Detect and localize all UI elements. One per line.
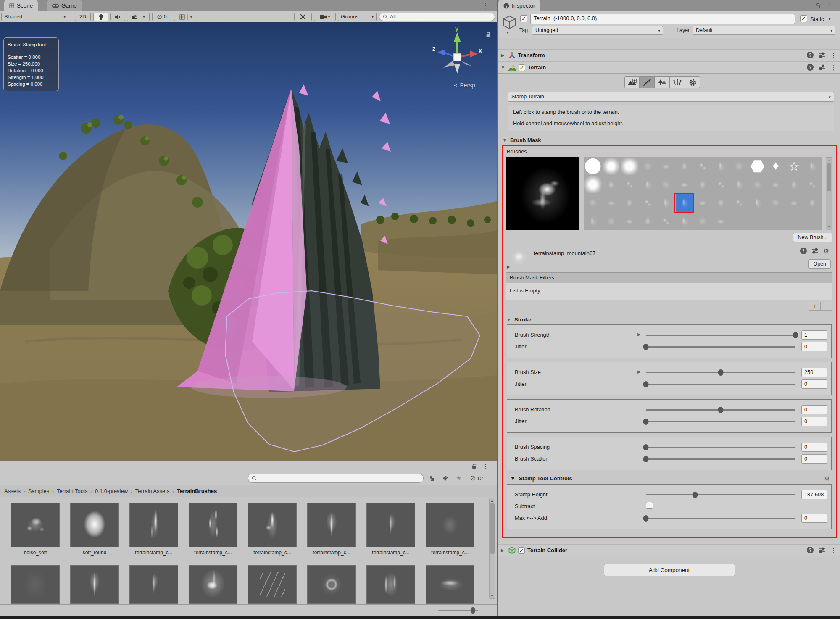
terrain-component-header[interactable]: ▼ ✓ Terrain ? ⋮ bbox=[498, 61, 840, 74]
gear-icon[interactable]: ⚙ bbox=[824, 475, 830, 482]
slider-value-field[interactable]: 0 bbox=[801, 443, 827, 452]
brush-thumbnail[interactable] bbox=[657, 176, 675, 194]
2d-toggle-button[interactable]: 2D bbox=[75, 13, 91, 21]
slider-value-field[interactable]: 187.608 bbox=[801, 490, 827, 499]
open-button[interactable]: Open bbox=[808, 259, 831, 269]
lighting-toggle-button[interactable] bbox=[93, 13, 108, 21]
asset-tile[interactable]: terrainstamp_c... bbox=[248, 503, 297, 556]
asset-tile[interactable]: soft_round bbox=[70, 503, 119, 556]
slider-track[interactable] bbox=[646, 447, 795, 448]
asset-tile[interactable]: terrainstamp_c... bbox=[366, 503, 415, 556]
brush-thumbnail[interactable] bbox=[676, 194, 693, 212]
component-tools-button[interactable] bbox=[294, 13, 312, 21]
subtract-checkbox[interactable] bbox=[646, 502, 653, 509]
brush-thumbnail[interactable] bbox=[712, 176, 730, 194]
brush-thumbnail[interactable] bbox=[603, 176, 620, 194]
add-filter-button[interactable]: + bbox=[809, 302, 821, 311]
slider-track[interactable] bbox=[646, 421, 795, 422]
help-icon[interactable]: ? bbox=[807, 64, 814, 71]
scroll-up-icon[interactable]: ▲ bbox=[490, 499, 494, 503]
brush-thumbnail[interactable] bbox=[767, 213, 785, 230]
brush-thumbnail[interactable] bbox=[767, 194, 785, 212]
hidden-packages-toggle[interactable]: ∅ 12 bbox=[466, 474, 487, 483]
brush-thumbnail[interactable] bbox=[621, 158, 638, 175]
brush-thumbnail[interactable] bbox=[639, 213, 657, 230]
gameobject-name-field[interactable]: Terrain_(-1000.0, 0.0, 0.0) bbox=[530, 14, 795, 24]
static-chevron-icon[interactable]: ▾ bbox=[829, 17, 831, 21]
audio-toggle-button[interactable] bbox=[110, 13, 125, 21]
terrain-enabled-checkbox[interactable]: ✓ bbox=[519, 64, 525, 71]
component-menu-icon[interactable]: ⋮ bbox=[830, 52, 837, 58]
project-scrollbar[interactable]: ▲ ▼ bbox=[489, 498, 495, 599]
layer-dropdown[interactable]: Default ▾ bbox=[693, 26, 835, 35]
remove-filter-button[interactable]: − bbox=[821, 302, 832, 311]
create-neighbor-terrain-tool[interactable] bbox=[624, 76, 640, 88]
scroll-down-icon[interactable]: ▼ bbox=[827, 225, 831, 229]
presets-icon[interactable] bbox=[812, 248, 819, 254]
brush-thumbnail[interactable] bbox=[712, 213, 730, 230]
paint-trees-tool[interactable] bbox=[655, 76, 670, 88]
brush-thumbnail[interactable] bbox=[603, 194, 620, 212]
slider-track[interactable] bbox=[646, 458, 795, 460]
brush-thumbnail[interactable] bbox=[730, 158, 748, 175]
brush-thumbnail[interactable] bbox=[584, 194, 602, 212]
brush-thumbnail[interactable] bbox=[767, 176, 785, 194]
brush-mask-filters-header[interactable]: Brush Mask Filters bbox=[506, 272, 832, 283]
tag-dropdown[interactable]: Untagged ▾ bbox=[532, 26, 663, 35]
breadcrumb-item[interactable]: Terrain Tools bbox=[57, 488, 87, 494]
hidden-objects-button[interactable]: ∅ 0 bbox=[152, 13, 171, 21]
gameobject-cube-icon[interactable] bbox=[502, 15, 517, 30]
scroll-up-icon[interactable]: ▲ bbox=[827, 158, 831, 162]
terrain-settings-tool[interactable] bbox=[685, 76, 700, 88]
foldout-closed-icon[interactable]: ▶ bbox=[501, 53, 506, 58]
row-expander-icon[interactable]: ▶ bbox=[637, 332, 641, 337]
brush-thumbnail[interactable] bbox=[621, 176, 638, 194]
brush-thumbnail[interactable] bbox=[676, 176, 693, 194]
brush-thumbnail[interactable] bbox=[730, 194, 748, 212]
breadcrumb-item[interactable]: TerrainBrushes bbox=[177, 488, 217, 494]
asset-tile[interactable] bbox=[11, 565, 60, 604]
paint-terrain-tool[interactable] bbox=[640, 76, 655, 88]
help-icon[interactable]: ? bbox=[807, 52, 814, 58]
asset-tile[interactable] bbox=[70, 565, 119, 604]
slider-value-field[interactable]: 0 bbox=[801, 379, 827, 389]
tab-scene[interactable]: Scene bbox=[4, 0, 38, 11]
grid-snapping-dropdown[interactable]: ▾ bbox=[174, 13, 197, 21]
asset-tile[interactable] bbox=[189, 565, 237, 604]
foldout-closed-icon[interactable]: ▶ bbox=[507, 264, 510, 269]
terrain-collider-header[interactable]: ▶ ✓ Terrain Collider ? ⋮ bbox=[498, 544, 840, 556]
brush-thumbnail[interactable] bbox=[785, 194, 803, 212]
brush-thumbnail[interactable] bbox=[584, 213, 602, 230]
help-icon[interactable]: ? bbox=[800, 248, 807, 254]
brush-thumbnail[interactable] bbox=[694, 194, 711, 212]
brush-thumbnail[interactable] bbox=[657, 194, 675, 212]
icon-picker-chevron-icon[interactable]: ▾ bbox=[507, 31, 509, 35]
brush-thumbnail[interactable] bbox=[676, 158, 693, 175]
gizmos-dropdown[interactable]: Gizmos ▾ bbox=[338, 13, 377, 21]
brush-thumbnail[interactable] bbox=[749, 213, 766, 230]
slider-value-field[interactable]: 250 bbox=[801, 368, 827, 377]
slider-handle[interactable] bbox=[718, 369, 724, 376]
presets-icon[interactable] bbox=[819, 52, 825, 58]
brush-thumbnail[interactable] bbox=[694, 158, 711, 175]
asset-tile[interactable]: terrainstamp_c... bbox=[426, 503, 474, 556]
stroke-foldout[interactable]: ▼ Stroke bbox=[507, 316, 832, 323]
view-lock-icon[interactable] bbox=[485, 32, 491, 40]
slider-handle[interactable] bbox=[718, 407, 724, 413]
breadcrumb-item[interactable]: Terrain Assets bbox=[135, 488, 170, 494]
slider-track[interactable] bbox=[646, 494, 795, 495]
brush-thumbnail[interactable] bbox=[785, 213, 803, 230]
brush-thumbnail[interactable] bbox=[803, 176, 821, 194]
brush-thumbnail[interactable] bbox=[730, 176, 748, 194]
slider-track[interactable] bbox=[646, 335, 795, 336]
asset-tile[interactable] bbox=[366, 565, 415, 604]
scene-menu-icon[interactable]: ⋮ bbox=[482, 3, 489, 9]
brush-thumbnail[interactable] bbox=[584, 176, 602, 194]
slider-handle[interactable] bbox=[643, 419, 649, 425]
search-by-type-icon[interactable] bbox=[426, 474, 438, 483]
brush-thumbnail[interactable] bbox=[639, 158, 657, 175]
brush-mask-foldout[interactable]: ▼ Brush Mask bbox=[503, 137, 840, 143]
favorites-star-icon[interactable]: ★ bbox=[453, 474, 465, 483]
slider-value-field[interactable]: 0 bbox=[801, 405, 827, 414]
brush-thumbnail[interactable] bbox=[639, 194, 657, 212]
